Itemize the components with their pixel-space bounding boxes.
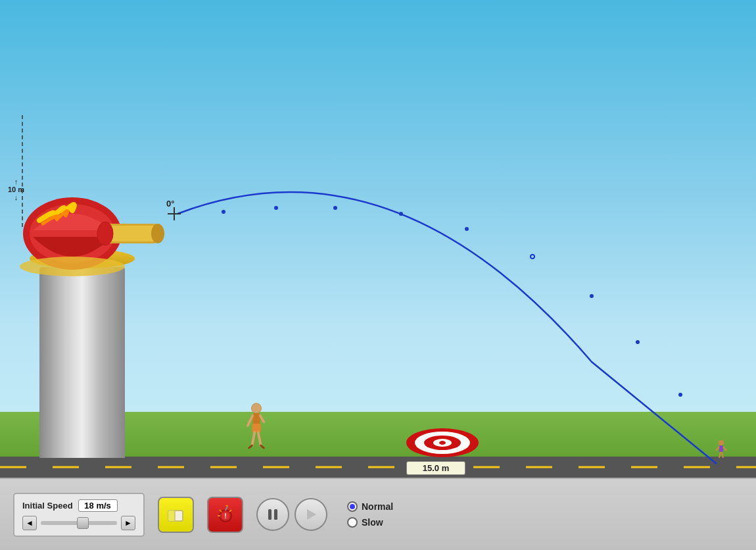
svg-rect-39 <box>168 511 175 521</box>
slow-speed-radio[interactable] <box>347 517 358 528</box>
play-icon <box>304 507 318 522</box>
slider-increase-button[interactable]: ► <box>121 516 135 530</box>
svg-point-6 <box>20 257 125 276</box>
slider-thumb[interactable] <box>77 517 89 529</box>
play-button[interactable] <box>295 498 327 531</box>
reset-icon: ! <box>216 505 235 524</box>
svg-line-21 <box>248 416 253 426</box>
height-indicator: ↑ 10 m ↓ <box>8 178 24 201</box>
eraser-button[interactable] <box>158 497 194 533</box>
distance-label: 15.0 m <box>406 461 465 475</box>
svg-line-35 <box>723 447 726 451</box>
normal-speed-radio[interactable] <box>347 501 358 512</box>
slow-speed-label: Slow <box>362 517 383 528</box>
reset-button[interactable]: ! <box>207 497 243 533</box>
target-bullseye <box>406 426 479 459</box>
road <box>0 457 756 478</box>
svg-line-45 <box>229 510 231 512</box>
svg-line-24 <box>258 432 261 445</box>
svg-line-26 <box>261 445 264 448</box>
speed-control-panel: Initial Speed 18 m/s ◄ ► <box>13 493 145 537</box>
svg-line-22 <box>260 416 264 422</box>
height-arrow-up: ↑ 10 m ↓ <box>8 178 24 201</box>
speed-value: 18 m/s <box>78 499 118 512</box>
svg-line-34 <box>716 447 719 451</box>
svg-line-23 <box>252 432 254 445</box>
svg-line-36 <box>719 452 721 458</box>
normal-speed-dot <box>350 504 355 509</box>
slider-track[interactable] <box>41 521 117 525</box>
svg-marker-50 <box>307 509 316 520</box>
road-dashes <box>0 466 756 468</box>
svg-point-32 <box>719 440 724 445</box>
person-figure <box>243 402 270 458</box>
app-container: ↑ 10 m ↓ 0° <box>0 0 756 550</box>
normal-speed-option[interactable]: Normal <box>347 501 393 512</box>
slow-speed-option[interactable]: Slow <box>347 517 393 528</box>
slider-row: ◄ ► <box>22 516 135 530</box>
normal-speed-label: Normal <box>362 501 393 512</box>
speed-label: Initial Speed <box>22 501 73 511</box>
svg-text:!: ! <box>224 512 226 520</box>
cannon-svg <box>20 184 184 276</box>
svg-rect-33 <box>719 445 723 452</box>
eraser-icon <box>167 505 185 524</box>
speed-mode-group: Normal Slow <box>347 501 393 528</box>
svg-point-18 <box>251 403 261 413</box>
svg-point-4 <box>151 224 164 243</box>
svg-point-5 <box>97 222 113 245</box>
cannon-pedestal <box>39 267 125 458</box>
svg-line-37 <box>722 452 723 458</box>
end-figure <box>711 439 731 459</box>
svg-line-25 <box>249 445 252 448</box>
svg-rect-48 <box>268 509 272 520</box>
pause-icon <box>266 507 280 522</box>
control-bar: Initial Speed 18 m/s ◄ ► <box>0 478 756 550</box>
svg-point-31 <box>439 441 446 445</box>
playback-controls <box>256 498 327 531</box>
svg-line-44 <box>220 510 222 512</box>
svg-rect-20 <box>252 424 260 432</box>
slider-decrease-button[interactable]: ◄ <box>22 516 37 530</box>
svg-rect-49 <box>274 509 277 520</box>
pause-button[interactable] <box>256 498 289 531</box>
speed-label-row: Initial Speed 18 m/s <box>22 499 118 512</box>
angle-label: 0° <box>166 199 174 209</box>
